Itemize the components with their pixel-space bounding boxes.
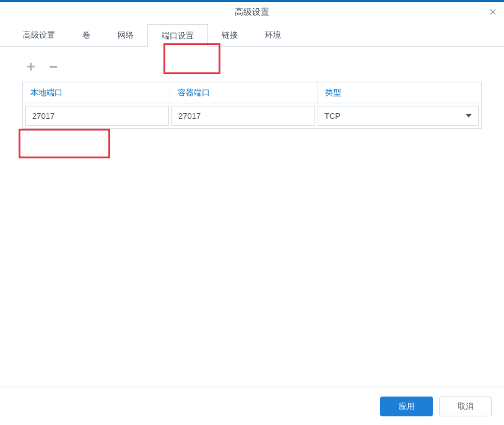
advanced-settings-dialog: 高级设置 × 高级设置 卷 网络 端口设置 链接 环境 + − 本地端口 容器端… bbox=[0, 0, 504, 425]
remove-row-button[interactable]: − bbox=[45, 58, 62, 75]
dialog-body: 高级设置 卷 网络 端口设置 链接 环境 + − 本地端口 容器端口 类型 bbox=[0, 24, 504, 425]
tab-links[interactable]: 链接 bbox=[208, 24, 251, 46]
header-local-port[interactable]: 本地端口 bbox=[23, 82, 170, 103]
header-container-port[interactable]: 容器端口 bbox=[170, 82, 318, 103]
table-header: 本地端口 容器端口 类型 bbox=[22, 82, 482, 103]
dialog-footer: 应用 取消 bbox=[0, 387, 504, 425]
type-select[interactable]: TCP bbox=[318, 106, 479, 126]
header-type[interactable]: 类型 bbox=[318, 82, 481, 103]
tab-port-settings[interactable]: 端口设置 bbox=[147, 24, 208, 47]
cell-type: TCP bbox=[318, 106, 479, 126]
cell-container-port bbox=[172, 106, 315, 126]
tab-network[interactable]: 网络 bbox=[104, 24, 147, 46]
toolbar: + − bbox=[0, 47, 504, 82]
tab-volume[interactable]: 卷 bbox=[69, 24, 104, 46]
content-area: 本地端口 容器端口 类型 TCP bbox=[0, 82, 504, 387]
add-row-button[interactable]: + bbox=[22, 58, 40, 75]
cell-local-port bbox=[25, 106, 169, 126]
table-row[interactable]: TCP bbox=[22, 103, 482, 129]
apply-button[interactable]: 应用 bbox=[380, 397, 433, 416]
tab-advanced[interactable]: 高级设置 bbox=[9, 24, 69, 46]
chevron-down-icon bbox=[466, 114, 472, 118]
type-value: TCP bbox=[324, 111, 341, 121]
cancel-button[interactable]: 取消 bbox=[439, 397, 492, 416]
tab-environment[interactable]: 环境 bbox=[251, 24, 295, 46]
local-port-input[interactable] bbox=[25, 106, 169, 126]
close-icon[interactable]: × bbox=[489, 6, 497, 18]
tabs: 高级设置 卷 网络 端口设置 链接 环境 bbox=[0, 24, 504, 47]
dialog-title: 高级设置 bbox=[235, 7, 269, 18]
dialog-header: 高级设置 × bbox=[0, 2, 504, 24]
container-port-input[interactable] bbox=[172, 106, 315, 126]
